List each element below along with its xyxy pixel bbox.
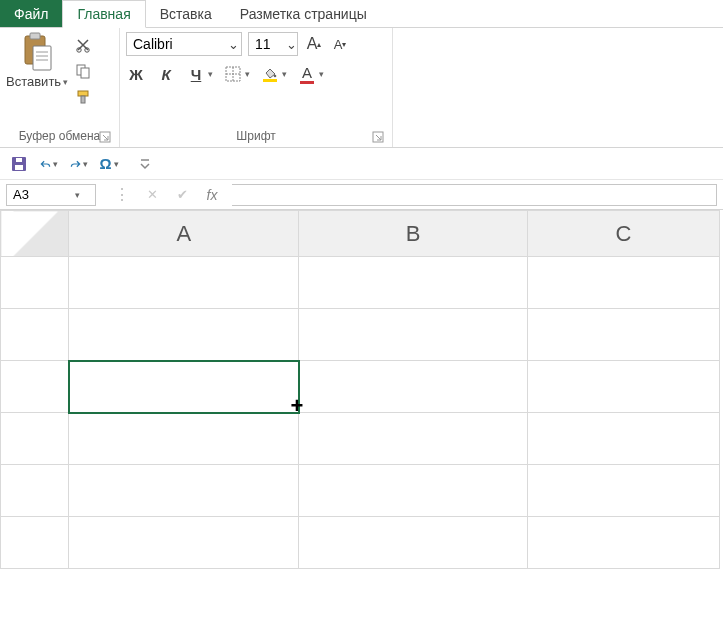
cell[interactable] [69,257,299,309]
quick-access-toolbar: ▾ ▾ Ω ▾ [0,148,723,180]
underline-button[interactable]: Ч ▾ [186,64,213,84]
svg-rect-20 [16,158,22,162]
cell[interactable] [299,465,527,517]
svg-rect-10 [78,91,88,96]
menu-tabs: Файл Главная Вставка Разметка страницы [0,0,723,28]
svg-rect-1 [30,33,40,39]
font-size-input[interactable] [249,36,285,52]
row-header[interactable] [1,361,69,413]
row-header[interactable] [1,257,69,309]
cell[interactable] [299,413,527,465]
cell[interactable] [69,309,299,361]
cell[interactable] [69,413,299,465]
group-font: ⌄ ⌄ A▴ A▾ Ж К Ч ▾ [120,28,393,147]
paste-label: Вставить [6,74,61,89]
select-all-corner[interactable] [1,211,69,257]
fill-color-button[interactable]: ▾ [260,64,287,84]
svg-point-16 [274,74,277,77]
svg-rect-2 [33,46,51,70]
chevron-down-icon[interactable]: ▾ [63,77,68,87]
fx-button[interactable]: fx [204,187,220,203]
group-clipboard: Вставить ▾ Буфер обмена [0,28,120,147]
column-header-a[interactable]: A [69,211,299,257]
bold-button[interactable]: Ж [126,64,146,84]
bucket-icon [260,64,280,84]
group-clipboard-label: Буфер обмена [19,129,101,143]
group-font-label: Шрифт [236,129,275,143]
font-name-combo[interactable]: ⌄ [126,32,242,56]
dialog-launcher-icon[interactable] [372,131,384,143]
qat-customize-button[interactable] [136,155,154,173]
font-name-input[interactable] [127,36,226,52]
cell[interactable] [527,517,719,569]
tab-file[interactable]: Файл [0,0,62,27]
row-header[interactable] [1,465,69,517]
italic-button[interactable]: К [156,64,176,84]
borders-button[interactable]: ▾ [223,64,250,84]
cell[interactable] [69,517,299,569]
cell[interactable] [299,517,527,569]
decrease-font-button[interactable]: A▾ [330,34,350,54]
column-header-c[interactable]: C [527,211,719,257]
font-size-combo[interactable]: ⌄ [248,32,298,56]
chevron-down-icon[interactable]: ⌄ [285,37,297,52]
symbol-button[interactable]: Ω ▾ [100,155,118,173]
chevron-down-icon[interactable]: ▾ [83,159,88,169]
cancel-formula-button[interactable]: ✕ [144,187,160,203]
dialog-launcher-icon[interactable] [99,131,111,143]
undo-button[interactable]: ▾ [40,155,58,173]
accept-formula-button[interactable]: ✔ [174,187,190,203]
tab-insert[interactable]: Вставка [146,0,226,27]
row-header[interactable] [1,413,69,465]
cell-selected[interactable]: + [69,361,299,413]
chevron-down-icon[interactable]: ▾ [208,69,213,79]
fill-handle-icon[interactable]: + [291,395,304,417]
column-header-b[interactable]: B [299,211,527,257]
redo-button[interactable]: ▾ [70,155,88,173]
save-button[interactable] [10,155,28,173]
copy-button[interactable] [74,62,92,80]
chevron-down-icon[interactable]: ▾ [114,159,119,169]
svg-rect-19 [15,165,23,170]
cell[interactable] [527,309,719,361]
worksheet-grid[interactable]: A B C + [0,210,723,569]
chevron-down-icon[interactable]: ▾ [245,69,250,79]
cut-button[interactable] [74,36,92,54]
chevron-down-icon[interactable]: ▾ [319,69,324,79]
formula-bar: ▾ ⋮ ✕ ✔ fx [0,180,723,210]
chevron-down-icon[interactable]: ▾ [75,190,84,200]
svg-rect-9 [81,68,89,78]
borders-icon [223,64,243,84]
cell[interactable] [299,361,527,413]
svg-rect-11 [81,96,85,103]
increase-font-button[interactable]: A▴ [304,34,324,54]
name-box[interactable]: ▾ [6,184,96,206]
format-painter-button[interactable] [74,88,92,106]
tab-page-layout[interactable]: Разметка страницы [226,0,381,27]
cell[interactable] [527,257,719,309]
row-header[interactable] [1,517,69,569]
cell[interactable] [299,309,527,361]
ribbon: Вставить ▾ Буфер обмена [0,28,723,148]
range-dots-icon[interactable]: ⋮ [114,187,130,203]
cell[interactable] [299,257,527,309]
clipboard-icon [19,32,55,72]
formula-input[interactable] [232,184,717,206]
chevron-down-icon[interactable]: ⌄ [226,37,241,52]
cell[interactable] [527,413,719,465]
chevron-down-icon[interactable]: ▾ [282,69,287,79]
chevron-down-icon[interactable]: ▾ [53,159,58,169]
paste-button[interactable]: Вставить ▾ [6,32,68,89]
row-header[interactable] [1,309,69,361]
cell[interactable] [527,361,719,413]
cell[interactable] [527,465,719,517]
font-color-button[interactable]: A ▾ [297,64,324,84]
tab-home[interactable]: Главная [62,0,145,28]
cell[interactable] [69,465,299,517]
name-box-input[interactable] [7,187,75,202]
